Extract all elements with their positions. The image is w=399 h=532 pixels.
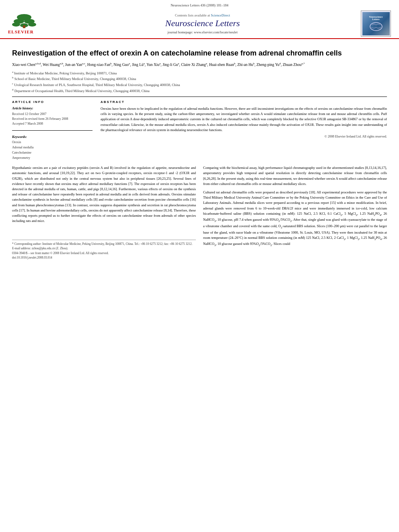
- content-area: Reinvestigation of the effect of orexin …: [0, 39, 399, 264]
- journal-title: Neuroscience Letters: [44, 18, 361, 29]
- divider-keywords: [12, 130, 93, 131]
- authors-text: Xiao-wei Chena,b,d, Wei Huanga,b, Jun-an…: [12, 63, 305, 67]
- copyright-line: © 2008 Elsevier Ireland Ltd. All rights …: [101, 135, 387, 138]
- keywords-label: Keywords:: [12, 135, 93, 139]
- affiliation-c: c Urological Research Institute of PLA, …: [12, 82, 387, 88]
- footnote-section: * Corresponding author: Institute of Mol…: [12, 240, 196, 260]
- divider-after-affiliations: [12, 97, 387, 97]
- footnote-email: E-mail address: zzhou@pku.edu.cn (Z. Zho…: [12, 246, 196, 251]
- body-right-column: Comparing with the biochemical assay, hi…: [203, 165, 387, 260]
- affiliation-a: a Institute of Molecular Medicine, Pekin…: [12, 70, 387, 76]
- detected-word-these: these: [189, 208, 196, 212]
- page: Neuroscience Letters 436 (2008) 181–184 …: [0, 0, 399, 532]
- sciencedirect-link[interactable]: ScienceDirect: [211, 13, 230, 17]
- journal-title-center: Contents lists available at ScienceDirec…: [44, 13, 361, 34]
- article-info-column: ARTICLE INFO Article history: Received 1…: [12, 100, 93, 160]
- footnote-issn: 0304-3940/$ – see front matter © 2008 El…: [12, 251, 196, 255]
- article-info-abstract-section: ARTICLE INFO Article history: Received 1…: [12, 100, 387, 160]
- affiliations: a Institute of Molecular Medicine, Pekin…: [12, 70, 387, 93]
- svg-point-6: [28, 23, 36, 27]
- journal-header: Neuroscience Letters 436 (2008) 181–184 …: [0, 0, 399, 39]
- body-right-text-2: Cultured rat adrenal chromaffin cells we…: [203, 190, 387, 248]
- journal-header-main: ELSEVIER Contents lists available at Sci…: [8, 9, 391, 38]
- article-info-section-header: ARTICLE INFO: [12, 100, 93, 104]
- journal-homepage: journal homepage: www.elsevier.com/locat…: [44, 30, 361, 34]
- revised-date: Received in revised form 26 February 200…: [12, 117, 93, 121]
- abstract-text: Orexins have been shown to be implicated…: [101, 106, 387, 133]
- body-text-section: Hypothalamic orexins are a pair of excit…: [12, 165, 387, 260]
- article-title: Reinvestigation of the effect of orexin …: [12, 49, 387, 58]
- svg-point-4: [12, 23, 20, 27]
- accepted-date: Accepted 7 March 2008: [12, 121, 93, 126]
- journal-volume-info: Neuroscience Letters 436 (2008) 181–184: [8, 3, 391, 7]
- abstract-section-header: ABSTRACT: [101, 100, 387, 104]
- svg-point-8: [370, 23, 382, 31]
- elsevier-brand-text: ELSEVIER: [8, 29, 34, 34]
- contents-available-label: Contents lists available at ScienceDirec…: [44, 13, 361, 17]
- journal-thumbnail: NeuroscienceLetters: [361, 10, 391, 37]
- svg-rect-7: [23, 25, 25, 28]
- body-right-text: Comparing with the biochemical assay, hi…: [203, 165, 387, 187]
- footnote-corresponding: * Corresponding author: Institute of Mol…: [12, 242, 196, 246]
- abstract-column: ABSTRACT Orexins have been shown to be i…: [101, 100, 387, 160]
- body-left-column: Hypothalamic orexins are a pair of excit…: [12, 165, 196, 260]
- keyword-4: Amperometry: [12, 156, 93, 161]
- body-left-text: Hypothalamic orexins are a pair of excit…: [12, 165, 196, 224]
- elsevier-logo: ELSEVIER: [8, 12, 44, 35]
- authors: Xiao-wei Chena,b,d, Wei Huanga,b, Jun-an…: [12, 61, 387, 67]
- keyword-1: Orexin: [12, 140, 93, 145]
- affiliation-b: b School of Basic Medicine, Third Milita…: [12, 76, 387, 82]
- received-date: Received 12 October 2007: [12, 112, 93, 117]
- keywords-section: Keywords: Orexin Adrenal medulla Catecho…: [12, 135, 93, 160]
- affiliation-d: d Department of Occupational Health, Thi…: [12, 88, 387, 94]
- keyword-2: Adrenal medulla: [12, 145, 93, 150]
- keyword-3: Catecholamine: [12, 150, 93, 156]
- article-history-label: Article history:: [12, 106, 93, 110]
- footnote-doi: doi:10.1016/j.neulet.2008.03.014: [12, 255, 196, 260]
